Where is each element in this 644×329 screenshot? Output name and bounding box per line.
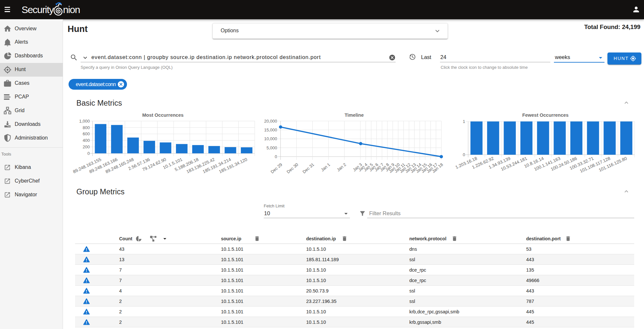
svg-text:15,000: 15,000: [264, 127, 277, 132]
svg-text:Dec 30: Dec 30: [286, 162, 299, 174]
svg-text:10,000: 10,000: [264, 136, 277, 141]
svg-text:Dec 31: Dec 31: [302, 162, 315, 174]
svg-text:Dec 29: Dec 29: [270, 162, 283, 174]
svg-text:101.116.125.80: 101.116.125.80: [598, 156, 628, 172]
svg-text:0: 0: [275, 154, 277, 159]
svg-text:Most Occurrences: Most Occurrences: [142, 112, 184, 118]
svg-text:400: 400: [83, 138, 90, 143]
svg-text:800: 800: [83, 125, 90, 130]
svg-text:1,000: 1,000: [79, 119, 90, 124]
svg-text:0: 0: [87, 151, 90, 156]
svg-text:1: 1: [463, 119, 465, 124]
svg-text:Fewest Occurrences: Fewest Occurrences: [522, 112, 569, 118]
svg-text:Jan 1: Jan 1: [320, 162, 331, 172]
svg-text:20,000: 20,000: [264, 119, 277, 124]
svg-text:Timeline: Timeline: [345, 112, 364, 118]
svg-text:200: 200: [83, 144, 90, 149]
svg-text:Jan 2: Jan 2: [336, 162, 347, 172]
svg-text:5,000: 5,000: [266, 145, 277, 150]
svg-text:600: 600: [83, 131, 90, 136]
svg-text:0: 0: [463, 152, 465, 157]
